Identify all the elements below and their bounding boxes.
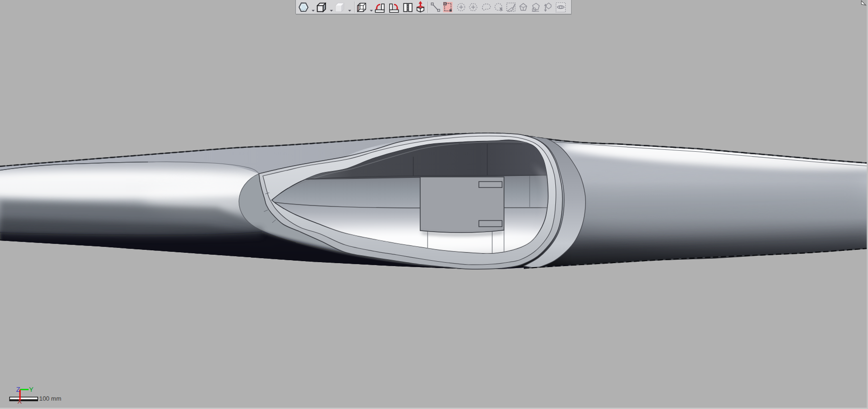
svg-text:Y: Y: [29, 386, 34, 393]
svg-text:X: X: [17, 398, 22, 405]
svg-text:Z: Z: [16, 386, 20, 393]
svg-text:100 mm: 100 mm: [39, 395, 62, 402]
